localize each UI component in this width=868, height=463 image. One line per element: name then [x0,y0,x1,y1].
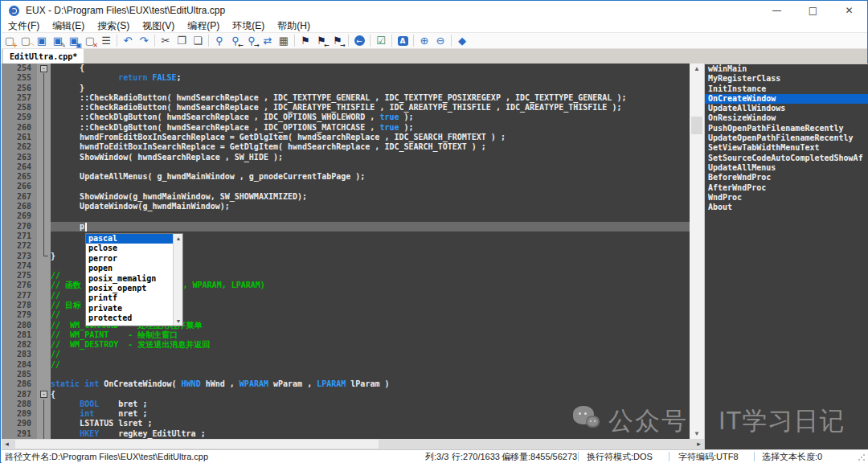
scroll-down-icon[interactable]: ▼ [174,317,183,326]
autocomplete-item[interactable]: pascal [86,234,173,244]
function-list-item[interactable]: SetSourceCodeAutoCompletedShowAf [705,154,868,163]
replace-button[interactable]: ⇄ [260,34,276,48]
menu-item-h[interactable]: 帮助(H) [271,19,317,33]
close-file-button[interactable]: ▢✕ [82,34,98,48]
copy-button[interactable]: ❐ [174,34,190,48]
autocomplete-item[interactable]: pclose [86,244,173,253]
navigate-back-button[interactable]: ← [351,34,367,48]
code-line: 260 ::CheckDlgButton( hwndSearchReplace … [2,123,704,133]
find-next-button[interactable]: ⚲→ [244,34,260,48]
autocomplete-item[interactable]: posix_openpt [86,284,173,293]
function-list-item[interactable]: UpdateAllWindows [705,104,868,113]
menu-item-p[interactable]: 编程(P) [181,19,226,33]
scroll-right-icon[interactable]: ▸ [694,439,704,449]
horizontal-scroll-thumb[interactable] [15,440,379,449]
editor-vertical-scrollbar[interactable]: ▲ ▼ [690,64,704,439]
fold-collapse-icon[interactable]: - [40,65,47,72]
fold-margin[interactable] [37,370,51,379]
autocomplete-scrollbar[interactable]: ▲ ▼ [173,234,182,326]
code-text: { [51,64,690,73]
function-list-item[interactable]: AfterWndProc [705,183,868,193]
redo-button[interactable]: ↷ [136,34,152,48]
autocomplete-item[interactable]: popen [86,264,173,273]
find-button[interactable]: ⚲ [211,34,227,48]
prev-bookmark-button[interactable]: ⚑← [313,34,330,48]
toolbar-separator [208,35,209,47]
function-list-item[interactable]: InitInstance [705,84,868,94]
fold-margin[interactable] [37,261,51,271]
syntax-color-button[interactable]: A [395,34,411,48]
replace-in-files-button[interactable]: ▦ [276,34,292,48]
menu-item-e[interactable]: 环境(E) [226,19,271,33]
resize-grip[interactable] [858,453,866,461]
code-text: // WM_DESTROY - 发送退出消息并返回 [51,340,690,350]
fold-margin[interactable] [37,330,51,340]
fold-margin[interactable] [37,310,51,320]
status-segment: 字符编码:UTF8 [678,451,739,463]
function-list-item[interactable]: WndProc [705,193,868,203]
autocomplete-item[interactable]: protected [86,313,173,323]
function-list-item[interactable]: UpdateAllMenus [705,163,868,173]
function-list-item[interactable]: OnResizeWindow [705,113,868,123]
line-number: 257 [2,93,37,103]
fold-margin[interactable] [37,379,51,389]
zoom-in-button[interactable]: ⊕ [416,34,432,48]
autocomplete-item[interactable]: printf [86,293,173,303]
save-all-button[interactable]: ▣▣ [66,34,82,48]
scroll-left-icon[interactable]: ◂ [2,439,12,449]
autocomplete-item[interactable]: posix_memalign [86,274,173,284]
fold-collapse-icon[interactable]: - [40,391,47,398]
next-bookmark-button[interactable]: ⚑→ [330,34,346,48]
fold-margin[interactable] [37,281,51,290]
autocomplete-item[interactable]: perror [86,254,173,264]
close-button[interactable]: ✕ [831,2,867,19]
cut-button[interactable]: ✂ [158,34,174,48]
scroll-up-icon[interactable]: ▲ [690,64,704,74]
code-line: 289 int nret ; [2,409,704,419]
function-list-item[interactable]: PushOpenPathFilenameRecently [705,124,868,133]
scroll-up-icon[interactable]: ▲ [174,234,183,243]
line-number: 285 [2,370,37,379]
fold-margin[interactable] [37,360,51,370]
autocomplete-item[interactable]: private [86,304,173,313]
code-text: // WM_PAINT - 绘制主窗口 [51,330,690,340]
file-list-button[interactable]: ☰ [98,34,114,48]
function-list-item[interactable]: wWinMain [705,64,868,74]
undo-button[interactable]: ↶ [120,34,136,48]
editor-horizontal-scrollbar[interactable]: ◂ ▸ [2,439,704,449]
function-list-item[interactable]: MyRegisterClass [705,74,868,84]
function-list-item[interactable]: SetViewTabWidthMenuText [705,143,868,153]
function-list-item[interactable]: OnCreateWindow [705,94,868,104]
title-bar: EUX - D:\Program Files\EUX\test\EditUltr… [2,2,867,19]
zoom-out-button[interactable]: ⊖ [432,34,448,48]
maximize-button[interactable]: □ [795,2,831,19]
fold-margin[interactable] [37,301,51,310]
fold-margin[interactable] [37,271,51,281]
menu-item-s[interactable]: 搜索(S) [91,19,136,33]
paste-button[interactable]: ❏ [190,34,206,48]
open-file-button[interactable]: ▢◠ [18,34,34,48]
save-button[interactable]: ▣ [34,34,50,48]
fold-margin[interactable] [37,350,51,359]
scroll-down-icon[interactable]: ▼ [690,428,704,439]
checklist-button[interactable]: ☑ [373,34,389,48]
menu-item-v[interactable]: 视图(V) [136,19,181,33]
vertical-scroll-thumb[interactable] [691,117,702,134]
find-prev-button[interactable]: ⚲← [227,34,244,48]
fold-margin[interactable] [37,321,51,330]
menu-item-e[interactable]: 编辑(E) [46,19,91,33]
function-list-item[interactable]: About [705,203,868,212]
bookmark-button[interactable]: ⚑ [297,34,313,48]
about-button[interactable]: ◆ [454,34,470,48]
line-number: 270 [2,222,37,232]
fold-margin[interactable] [37,291,51,301]
minimize-button[interactable]: — [759,2,795,19]
code-text: } [51,84,690,93]
menu-item-f[interactable]: 文件(F) [2,19,46,33]
fold-margin[interactable] [37,340,51,350]
new-file-button[interactable]: ▢+ [2,34,18,48]
tab-editultra-cpp[interactable]: EditUltra.cpp* [3,49,84,64]
save-as-button[interactable]: ▣✎ [50,34,66,48]
function-list-item[interactable]: UpdateOpenPathFilenameRecently [705,133,868,143]
function-list-item[interactable]: BeforeWndProc [705,173,868,182]
